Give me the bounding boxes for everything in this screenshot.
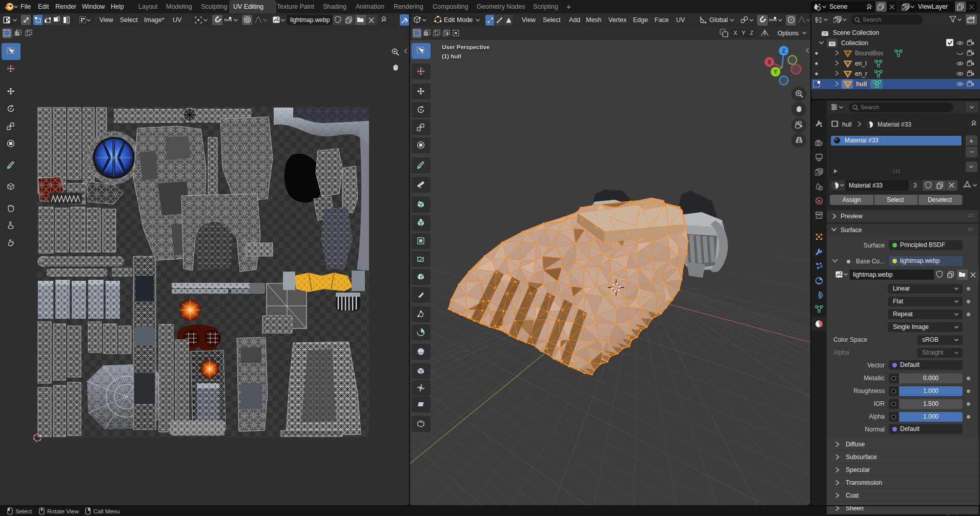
svg-text:X: X (768, 59, 771, 65)
svg-text:Z: Z (782, 48, 785, 54)
svg-text:Y: Y (774, 69, 778, 75)
